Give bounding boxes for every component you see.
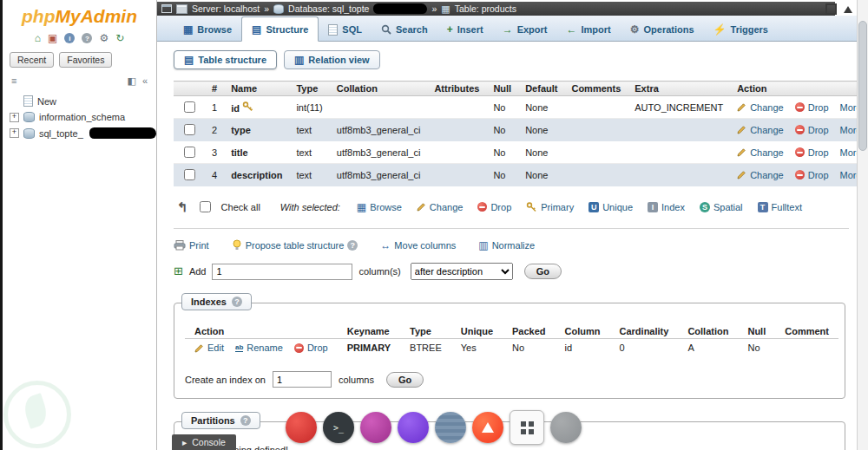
cell-collation: utf8mb3_general_ci xyxy=(330,141,428,164)
selected-browse-link[interactable]: ▦Browse xyxy=(357,201,402,212)
header-extra[interactable]: Extra xyxy=(628,82,730,96)
check-all-label[interactable]: Check all xyxy=(221,202,260,212)
tab-sql[interactable]: SQL xyxy=(319,18,372,41)
home-icon[interactable]: ⌂ xyxy=(35,33,41,43)
partitions-legend[interactable]: Partitions ? xyxy=(181,412,260,429)
operations-icon: ⚙ xyxy=(630,24,640,35)
expander-icon[interactable]: + xyxy=(10,113,19,122)
tab-triggers[interactable]: ⚡ Triggers xyxy=(704,18,778,41)
tab-export[interactable]: → Export xyxy=(493,18,557,41)
selected-fulltext-link[interactable]: TFulltext xyxy=(758,201,802,212)
drop-link[interactable]: Drop xyxy=(795,147,829,158)
index-count-input[interactable] xyxy=(273,371,332,388)
brave-browser-icon[interactable] xyxy=(472,412,503,443)
change-link[interactable]: Change xyxy=(737,147,784,158)
logout-icon[interactable]: ▣ xyxy=(48,33,57,43)
tree-menu-icon[interactable]: ≡ xyxy=(11,75,16,87)
selected-unique-link[interactable]: UUnique xyxy=(589,201,633,212)
tab-label: Search xyxy=(396,24,428,35)
favorites-button[interactable]: Favorites xyxy=(59,52,112,68)
taskbar-app-icon-slate[interactable] xyxy=(435,412,466,443)
help-icon[interactable]: ? xyxy=(82,33,92,43)
header-collation[interactable]: Collation xyxy=(330,82,428,96)
row-checkbox[interactable] xyxy=(184,147,195,158)
header-type[interactable]: Type xyxy=(289,82,329,96)
normalize-link[interactable]: ▥ Normalize xyxy=(478,240,535,251)
settings-icon[interactable]: ⚙ xyxy=(99,33,108,43)
terminal-app-icon[interactable]: >_ xyxy=(323,412,354,443)
check-all-checkbox[interactable] xyxy=(200,201,211,212)
go-button[interactable]: Go xyxy=(386,372,424,388)
selected-spatial-link[interactable]: SSpatial xyxy=(700,201,743,212)
selected-change-link[interactable]: Change xyxy=(417,201,464,212)
header-comments[interactable]: Comments xyxy=(564,82,628,96)
tab-browse[interactable]: ▦ Browse xyxy=(174,18,241,41)
selected-index-link[interactable]: IIndex xyxy=(648,201,685,212)
tab-import[interactable]: ← Import xyxy=(557,18,621,41)
pencil-icon xyxy=(737,170,746,179)
indexes-legend[interactable]: Indexes ? xyxy=(181,293,252,310)
taskbar-app-icon-violet[interactable] xyxy=(398,412,429,443)
tab-structure[interactable]: ▤ Structure xyxy=(241,16,319,42)
recent-button[interactable]: Recent xyxy=(10,52,54,68)
breadcrumb-database[interactable]: Database: sql_topte xyxy=(288,3,369,14)
tree-item-current-database[interactable]: + sql_topte_ xyxy=(3,125,156,141)
help-icon[interactable]: ? xyxy=(240,415,251,426)
header-default[interactable]: Default xyxy=(518,82,564,96)
header-number[interactable]: # xyxy=(205,82,224,96)
drop-link[interactable]: Drop xyxy=(795,102,829,113)
add-count-input[interactable] xyxy=(212,264,352,280)
scroll-top-icon[interactable] xyxy=(844,6,852,13)
header-attributes[interactable]: Attributes xyxy=(427,82,486,96)
restore-window-icon[interactable] xyxy=(825,3,837,15)
tree-item-new[interactable]: New xyxy=(3,93,156,109)
taskbar-app-icon-magenta[interactable] xyxy=(360,412,391,443)
propose-structure-link[interactable]: Propose table structure ? xyxy=(232,239,358,251)
edit-index-link[interactable]: Edit xyxy=(194,342,224,353)
column-name: title xyxy=(231,147,248,158)
go-button[interactable]: Go xyxy=(524,264,562,279)
breadcrumb-server[interactable]: Server: localhost xyxy=(192,3,260,14)
selected-primary-link[interactable]: Primary xyxy=(526,201,574,212)
row-checkbox[interactable] xyxy=(184,101,195,113)
change-link[interactable]: Change xyxy=(737,125,784,135)
row-checkbox[interactable] xyxy=(184,169,195,180)
tree-item-information-schema[interactable]: + information_schema xyxy=(3,109,156,125)
header-name[interactable]: Name xyxy=(224,82,289,96)
tab-operations[interactable]: ⚙ Operations xyxy=(621,18,704,41)
change-link[interactable]: Change xyxy=(737,102,784,113)
refresh-icon[interactable]: ↻ xyxy=(115,33,124,43)
change-link[interactable]: Change xyxy=(737,170,784,180)
cell-comments xyxy=(564,119,628,141)
help-icon[interactable]: ? xyxy=(232,297,242,307)
rename-index-link[interactable]: abRename xyxy=(235,342,283,353)
scrollbar-track[interactable] xyxy=(857,0,868,450)
header-null[interactable]: Null xyxy=(486,82,518,96)
row-checkbox[interactable] xyxy=(184,124,195,135)
subtab-relation-view[interactable]: ▥ Relation view xyxy=(284,50,380,69)
create-index-label: Create an index on xyxy=(185,375,266,385)
docs-icon[interactable]: i xyxy=(64,33,75,43)
panel-hide-icon[interactable]: « xyxy=(142,75,148,87)
taskbar-app-icon-gray[interactable] xyxy=(550,412,582,443)
tab-search[interactable]: Search xyxy=(372,18,437,41)
tab-insert[interactable]: + Insert xyxy=(437,18,493,41)
console-tab[interactable]: ▸ Console xyxy=(172,434,236,450)
phpmyadmin-logo[interactable]: phpMyAdmin xyxy=(3,0,156,27)
move-columns-link[interactable]: ↔ Move columns xyxy=(380,240,456,251)
expander-icon[interactable]: + xyxy=(10,128,19,138)
active-app-tile[interactable] xyxy=(510,410,544,445)
subtab-table-structure[interactable]: ▤ Table structure xyxy=(174,50,277,69)
breadcrumb-table[interactable]: Table: products xyxy=(455,3,516,14)
scrollbar-thumb[interactable] xyxy=(858,21,867,151)
drop-link[interactable]: Drop xyxy=(795,170,829,180)
taskbar-app-icon-red[interactable] xyxy=(286,412,317,443)
fulltext-icon: T xyxy=(758,202,768,212)
drop-index-link[interactable]: Drop xyxy=(294,342,328,353)
print-link[interactable]: Print xyxy=(174,240,209,251)
position-select[interactable]: after description xyxy=(411,263,513,280)
drop-link[interactable]: Drop xyxy=(795,125,829,135)
help-icon[interactable]: ? xyxy=(347,240,358,251)
selected-drop-link[interactable]: Drop xyxy=(477,201,511,212)
panel-collapse-icon[interactable]: ◧ xyxy=(127,75,135,87)
